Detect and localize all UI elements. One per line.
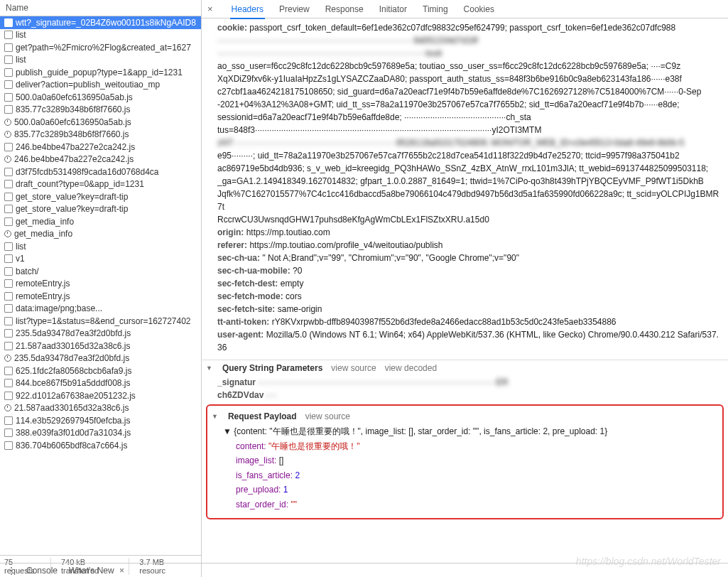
resource-name: wtt?_signature=_02B4Z6wo00101s8ikNgAAID8 [16,18,196,28]
resource-row[interactable]: wtt?_signature=_02B4Z6wo00101s8ikNgAAID8 [0,16,201,29]
header-key: sec-fetch-mode: [217,291,283,301]
file-icon [4,55,13,64]
view-decoded-link[interactable]: view decoded [385,363,437,373]
resource-row[interactable]: 235.5da93478d7ea3f2d0bfd.js [0,328,201,340]
resource-row[interactable]: data:image/png;base... [0,303,201,316]
resource-row[interactable]: 114.e3b5292697945f0efcba.js [0,414,201,427]
detail-panel: × HeadersPreviewResponseInitiatorTimingC… [202,0,728,577]
file-icon [4,193,13,201]
resource-name: 835.77c3289b348b6f8f7660.js [14,129,129,139]
header-key: sec-fetch-dest: [217,279,278,288]
resource-row[interactable]: 835.77c3289b348b6f8f7660.js [0,104,201,117]
resource-row[interactable]: d3f75fcdb531498f9cada16d0768d4ca [0,166,201,178]
clock-icon [4,119,11,126]
request-payload-highlight: ▼ Request Payload view source ▼ {content… [206,404,724,519]
header-value: ao_sso_user=f6cc29c8fc12dc6228bcb9c59768… [202,60,728,72]
resource-row[interactable]: v1 [0,253,201,266]
payload-summary: ▼ {content: "午睡也是很重要的哦！", image_list: []… [207,424,722,439]
resource-row[interactable]: get_store_value?key=draft-tip [0,190,201,203]
resource-row[interactable]: 835.77c3289b348b6f8f7660.js [0,129,201,141]
resource-name: draft_count?type=0&app_id=1231 [16,179,144,189]
headers-content: cookie: passport_csrf_token_default=6ef1… [202,18,728,577]
header-value: passport_csrf_token_default=6ef1ede362c0… [249,23,675,33]
tab-cookies[interactable]: Cookies [462,1,496,18]
resource-row[interactable]: 246.be4bbe47ba227e2ca242.js [0,153,201,166]
name-column-header[interactable]: Name [0,0,201,16]
tab-response[interactable]: Response [324,1,365,18]
resource-name: publish_guide_popup?type=1&app_id=1231 [16,68,183,77]
resource-row[interactable]: list?type=1&status=8&end_cursor=16272740… [0,315,201,328]
tab-preview[interactable]: Preview [278,1,311,18]
console-tab[interactable]: Console [26,566,58,576]
close-icon[interactable]: × [119,566,124,576]
header-value: RccrwCU3UwsnqdGHW17puhsd8eKfgAgWmCbLEx1F… [202,213,728,226]
header-value: cors [286,291,302,301]
resource-row[interactable]: list [0,240,201,253]
resource-row[interactable]: batch/ [0,265,201,278]
header-key: cookie: [217,23,247,33]
drawer-tabs: ⋮ Console What's New × [0,563,728,577]
resource-list[interactable]: wtt?_signature=_02B4Z6wo00101s8ikNgAAID8… [0,16,201,555]
whats-new-tab[interactable]: What's New × [69,566,124,576]
header-value: Mozilla/5.0 (Windows NT 6.1; Win64; x64)… [217,330,719,352]
header-value: https://mp.toutiao.com/profile_v4/weitou… [249,240,442,250]
header-key: sec-ch-ua: [217,253,260,263]
file-icon [4,93,13,102]
file-icon [4,143,13,151]
section-title: Request Payload [228,411,297,421]
resource-name: 235.5da93478d7ea3f2d0bfd.js [14,353,129,363]
resource-row[interactable]: get_media_info [0,228,201,241]
triangle-down-icon: ▼ [212,413,218,420]
clock-icon [4,131,11,138]
resource-row[interactable]: get_store_value?key=draft-tip [0,203,201,216]
resource-name: list [16,30,26,40]
resource-row[interactable]: get?path=%2Fmicro%2Flog&created_at=1627 [0,41,201,54]
resource-name: 844.bce867f5b91a5dddf008.js [16,378,130,388]
resource-name: remoteEntry.js [16,291,70,301]
resource-row[interactable]: list [0,29,201,42]
resource-name: get_store_value?key=draft-tip [16,192,128,202]
file-icon [4,217,13,226]
resource-row[interactable]: 836.704b6065bdf8ca7c664.js [0,439,201,452]
resource-row[interactable]: 246.be4bbe47ba227e2ca242.js [0,141,201,153]
json-key: is_fans_article: [236,470,293,480]
resource-name: 21.587aad330165d32a38c6.js [14,403,129,413]
tab-headers[interactable]: Headers [230,1,265,19]
close-icon[interactable]: × [207,4,213,14]
resource-name: 500.0a0a60efc6136950a5ab.js [16,92,133,102]
resource-row[interactable]: 500.0a0a60efc6136950a5ab.js [0,116,201,129]
resource-row[interactable]: 235.5da93478d7ea3f2d0bfd.js [0,352,201,365]
resource-row[interactable]: remoteEntry.js [0,290,201,303]
resource-name: list?type=1&status=8&end_cursor=16272740… [16,316,191,326]
clock-icon [4,404,11,411]
resource-row[interactable]: draft_count?type=0&app_id=1231 [0,178,201,191]
resource-row[interactable]: deliver?action=publish_weitoutiao_mp [0,79,201,92]
resource-row[interactable]: remoteEntry.js [0,278,201,291]
resource-row[interactable]: get_media_info [0,215,201,228]
clock-icon [4,355,11,362]
resource-row[interactable]: 21.587aad330165d32a38c6.js [0,402,201,415]
json-key: pre_upload: [236,485,281,495]
resource-row[interactable]: 625.1fdc2fa80568cbcb6afa9.js [0,365,201,377]
resource-row[interactable]: 21.587aad330165d32a38c6.js [0,340,201,352]
kebab-menu-icon[interactable]: ⋮ [7,566,15,576]
resource-row[interactable]: 922.d1012a67638ae2051232.js [0,389,201,402]
resource-row[interactable]: 844.bce867f5b91a5dddf008.js [0,377,201,390]
view-source-link[interactable]: view source [305,411,350,421]
query-string-section[interactable]: ▼ Query String Parameters view source vi… [202,360,728,376]
json-value: "" [290,500,297,509]
tab-initiator[interactable]: Initiator [378,1,408,18]
resource-name: 836.704b6065bdf8ca7c664.js [16,441,127,451]
tab-timing[interactable]: Timing [421,1,450,18]
file-icon [4,329,13,338]
request-payload-section[interactable]: ▼ Request Payload view source [207,409,722,424]
resource-row[interactable]: 388.e039fa3f01d0d7a31034.js [0,427,201,440]
param-key: _signatur [217,377,256,387]
view-source-link[interactable]: view source [331,363,376,373]
file-icon [4,267,13,276]
resource-name: 625.1fdc2fa80568cbcb6afa9.js [16,366,131,376]
resource-row[interactable]: list [0,54,201,67]
resource-row[interactable]: 500.0a0a60efc6136950a5ab.js [0,91,201,104]
header-value: c27cbf1aa4624218175108650; sid_guard=d6a… [202,85,728,98]
resource-row[interactable]: publish_guide_popup?type=1&app_id=1231 [0,66,201,79]
